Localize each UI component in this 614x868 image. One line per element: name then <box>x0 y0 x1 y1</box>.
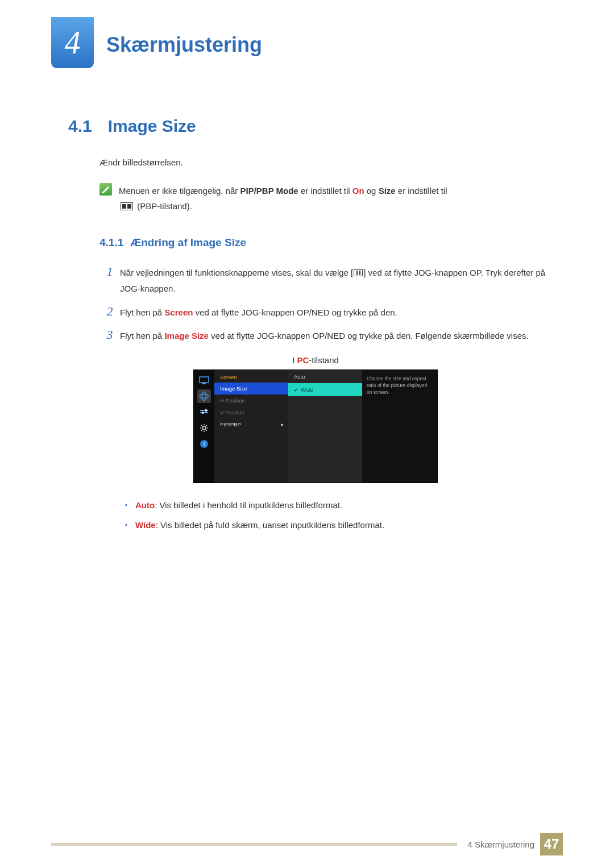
osd-option-auto: Auto <box>288 370 362 383</box>
svg-rect-0 <box>200 377 209 383</box>
step-1: 1 Når vejledningen til funktionsknappern… <box>99 265 563 297</box>
svg-rect-4 <box>200 412 208 413</box>
footer-rule <box>51 843 457 846</box>
subsection-number: 4.1.1 <box>99 236 123 248</box>
osd-settings-icon <box>197 421 211 435</box>
section-number: 4.1 <box>68 117 92 135</box>
chapter-number-badge: 4 <box>51 17 94 68</box>
step-2: 2 Flyt hen på Screen ved at flytte JOG-k… <box>99 305 563 321</box>
osd-menu-item-imagesize: Image Size <box>214 383 288 394</box>
chevron-right-icon: ▸ <box>281 421 284 427</box>
svg-point-7 <box>202 426 206 430</box>
osd-screen-icon <box>197 389 211 403</box>
note-icon <box>99 183 112 196</box>
chapter-header: 4 Skærmjustering <box>51 17 563 85</box>
step-number: 3 <box>99 328 120 344</box>
page-number: 47 <box>540 833 563 855</box>
menu-icon <box>354 269 363 276</box>
svg-rect-5 <box>205 409 207 412</box>
svg-rect-2 <box>202 394 206 398</box>
osd-dropdown: Auto Wide <box>288 370 362 483</box>
osd-info-icon: i <box>197 437 211 451</box>
osd-screenshot: i Screen Image Size H-Position V-Positio… <box>193 369 438 483</box>
subsection-heading: 4.1.1Ændring af Image Size <box>99 236 563 249</box>
osd-picture-icon <box>197 373 211 387</box>
bullet-auto: Auto: Vis billedet i henhold til inputki… <box>125 499 563 512</box>
osd-options-icon <box>197 405 211 419</box>
osd-menu-item-vposition: V-Position <box>214 406 288 418</box>
osd-sidebar: i <box>194 370 214 483</box>
svg-rect-1 <box>202 383 206 384</box>
section-heading: 4.1Image Size <box>68 117 563 136</box>
osd-menu-header: Screen <box>214 370 288 383</box>
note-block: Menuen er ikke tilgængelig, når PIP/PBP … <box>99 183 563 214</box>
osd-menu-item-hposition: H-Position <box>214 394 288 406</box>
page-footer: 4 Skærmjustering 47 <box>51 833 563 855</box>
osd-caption: I PC-tilstand <box>68 355 563 365</box>
step-number: 2 <box>99 305 120 321</box>
note-text: Menuen er ikke tilgængelig, når PIP/PBP … <box>119 183 447 214</box>
osd-description: Choose the size and aspect ratio of the … <box>362 370 437 483</box>
osd-menu-list: Screen Image Size H-Position V-Position … <box>214 370 288 483</box>
section-title: Image Size <box>108 117 196 135</box>
svg-text:i: i <box>203 441 205 447</box>
pbp-mode-icon <box>121 202 133 210</box>
osd-menu-item-pippbp: PIP/PBP▸ <box>214 418 288 430</box>
chapter-title: Skærmjustering <box>106 17 262 57</box>
bullet-wide: Wide: Vis billedet på fuld skærm, uanset… <box>125 519 563 532</box>
step-number: 1 <box>99 265 120 297</box>
section-intro: Ændr billedstørrelsen. <box>99 157 563 167</box>
footer-chapter-label: 4 Skærmjustering <box>467 840 534 849</box>
subsection-title: Ændring af Image Size <box>130 236 246 248</box>
step-3: 3 Flyt hen på Image Size ved at flytte J… <box>99 328 563 344</box>
osd-option-wide: Wide <box>288 383 362 396</box>
svg-rect-6 <box>202 412 204 414</box>
